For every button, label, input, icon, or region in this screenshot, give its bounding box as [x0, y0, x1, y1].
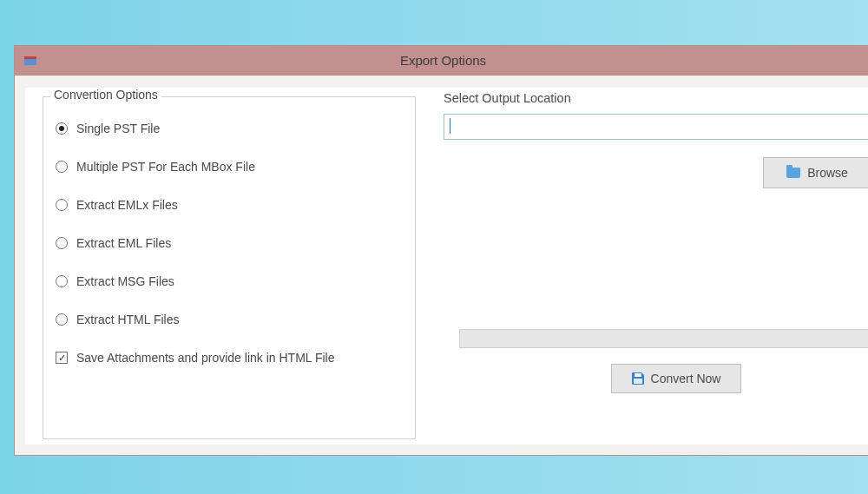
svg-rect-1: [24, 56, 36, 59]
browse-button[interactable]: Browse: [763, 157, 868, 188]
client-area: Convertion Options Single PST File Multi…: [25, 88, 868, 445]
radio-extract-eml[interactable]: Extract EML Files: [56, 236, 403, 250]
radio-single-pst[interactable]: Single PST File: [56, 122, 403, 135]
radio-icon: [56, 199, 68, 211]
app-icon: [23, 54, 37, 68]
text-cursor: [450, 118, 450, 134]
radio-multiple-pst[interactable]: Multiple PST For Each MBox File: [56, 160, 403, 174]
output-location-label: Select Output Location: [444, 91, 571, 105]
radio-label: Multiple PST For Each MBox File: [76, 160, 255, 174]
radio-icon: [56, 237, 68, 249]
radio-extract-msg[interactable]: Extract MSG Files: [56, 274, 403, 288]
radio-icon: [56, 161, 68, 173]
convert-now-button[interactable]: Convert Now: [611, 364, 741, 393]
folder-icon: [786, 168, 800, 178]
radio-icon: [56, 122, 68, 135]
checkbox-save-attachments[interactable]: ✓ Save Attachments and provide link in H…: [56, 351, 403, 365]
conversion-options-group: Convertion Options Single PST File Multi…: [43, 96, 416, 439]
conversion-options-label: Convertion Options: [50, 88, 161, 102]
radio-extract-emlx[interactable]: Extract EMLx Files: [56, 198, 403, 212]
output-location-input[interactable]: [444, 114, 868, 140]
progress-bar: [459, 329, 868, 348]
titlebar[interactable]: Export Options: [15, 46, 868, 76]
checkbox-icon: ✓: [56, 352, 68, 364]
checkbox-label: Save Attachments and provide link in HTM…: [76, 351, 335, 365]
conversion-options-list: Single PST File Multiple PST For Each MB…: [43, 97, 415, 375]
radio-extract-html[interactable]: Extract HTML Files: [56, 313, 403, 326]
radio-label: Extract HTML Files: [76, 313, 180, 326]
radio-label: Extract MSG Files: [76, 274, 174, 288]
radio-icon: [56, 313, 68, 326]
convert-button-label: Convert Now: [651, 372, 721, 385]
radio-label: Single PST File: [76, 122, 160, 135]
radio-label: Extract EMLx Files: [76, 198, 178, 212]
save-icon: [632, 372, 644, 385]
radio-label: Extract EML Files: [76, 236, 171, 250]
output-pane: Select Output Location Browse Convert No…: [433, 88, 868, 445]
browse-button-label: Browse: [807, 166, 848, 180]
radio-icon: [56, 275, 68, 287]
export-options-window: Export Options Convertion Options Single…: [14, 45, 868, 456]
window-title: Export Options: [15, 53, 868, 68]
